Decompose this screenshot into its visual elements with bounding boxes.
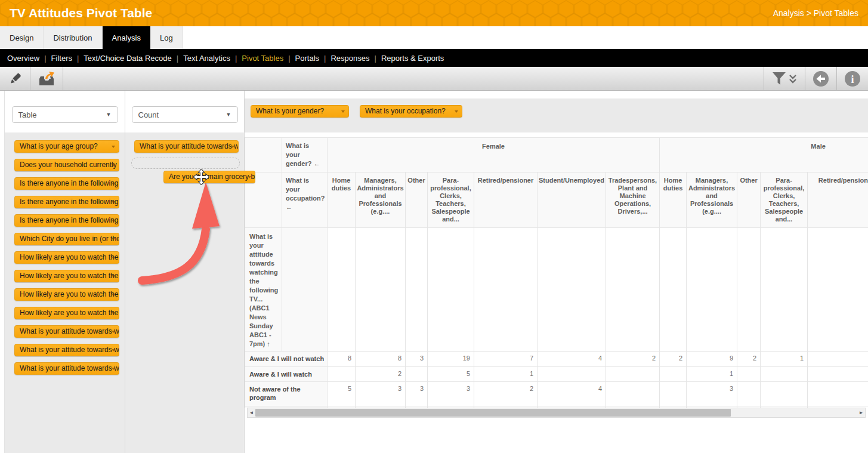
data-cell: 4 xyxy=(538,382,606,406)
data-cell: 5 xyxy=(328,382,356,406)
question-pill[interactable]: What is your gender? xyxy=(251,105,349,118)
data-cell xyxy=(660,367,687,382)
data-cell: 7 xyxy=(474,352,538,367)
data-cell xyxy=(660,382,687,406)
occupation-dimension-cell: What is your occupation? ← xyxy=(282,172,328,228)
question-pill[interactable]: What is your attitude towards w xyxy=(134,140,239,153)
pill-dropdown-icon[interactable] xyxy=(112,294,115,296)
nav-item-pivot-tables[interactable]: Pivot Tables xyxy=(242,54,283,63)
nav-separator: | xyxy=(44,54,46,63)
pill-dropdown-icon[interactable] xyxy=(112,257,115,259)
table-row: Aware & I will watch2511 xyxy=(245,367,868,382)
nav-item-reports-exports[interactable]: Reports & Exports xyxy=(381,54,444,63)
empty-cell xyxy=(356,228,406,352)
tab-design[interactable]: Design xyxy=(0,26,44,49)
column-header: Retired/pensioner xyxy=(808,172,868,228)
data-cell xyxy=(737,382,761,406)
pill-dropdown-icon[interactable] xyxy=(112,331,115,333)
analysis-nav: Overview|Filters|Text/Choice Data Recode… xyxy=(0,49,868,67)
edit-button[interactable] xyxy=(0,67,30,90)
question-pill[interactable]: What is your occupation? xyxy=(360,105,462,118)
question-pill-label: What is your attitude towards w xyxy=(20,364,119,372)
question-pill[interactable]: Is there anyone in the following xyxy=(14,196,119,208)
pill-dropdown-icon[interactable] xyxy=(231,146,234,148)
data-cell xyxy=(808,352,868,367)
question-pill[interactable]: Is there anyone in the following xyxy=(14,214,119,227)
question-pill[interactable]: Which City do you live in (or the xyxy=(14,233,119,245)
pill-dropdown-icon[interactable] xyxy=(455,110,458,113)
pill-dropdown-icon[interactable] xyxy=(112,349,115,352)
row-label: Not aware of the program xyxy=(245,382,328,406)
scrollbar-thumb[interactable] xyxy=(255,409,731,417)
table-type-panel-header: Table ▼ xyxy=(5,91,125,132)
question-pill[interactable]: How likely are you to watch the xyxy=(14,251,119,264)
row-dimension-spacer xyxy=(282,228,328,352)
question-pill-label: How likely are you to watch the xyxy=(20,253,118,261)
pill-dropdown-icon[interactable] xyxy=(112,146,115,148)
table-type-select[interactable]: Table ▼ xyxy=(12,106,118,123)
filter-button[interactable] xyxy=(764,67,805,90)
title-bar: TV Attitudes Pivot Table Analysis > Pivo… xyxy=(0,0,868,26)
pill-dropdown-icon[interactable] xyxy=(112,238,115,241)
empty-cell xyxy=(538,228,606,352)
scroll-right-icon[interactable]: ► xyxy=(857,408,865,417)
data-cell: 2 xyxy=(737,352,761,367)
info-button[interactable]: i xyxy=(836,67,868,90)
pill-dropdown-icon[interactable] xyxy=(112,275,115,278)
question-pill[interactable]: What is your attitude towards w xyxy=(14,344,119,356)
dragged-question-pill[interactable]: Are you the main grocery buye xyxy=(163,171,255,183)
pill-dropdown-icon[interactable] xyxy=(112,220,115,222)
data-cell: 2 xyxy=(474,382,538,406)
pill-dropdown-icon[interactable] xyxy=(341,110,345,113)
question-pill-label: How likely are you to watch the xyxy=(20,290,118,298)
column-header: Home duties xyxy=(328,172,356,228)
back-button[interactable] xyxy=(805,67,836,90)
scroll-left-icon[interactable]: ◄ xyxy=(248,408,255,417)
question-pill-label: Is there anyone in the following xyxy=(20,216,118,224)
question-pill[interactable]: What is your attitude towards w xyxy=(14,362,119,375)
question-pill[interactable]: How likely are you to watch the xyxy=(14,288,119,301)
question-pill[interactable]: What is your attitude towards w xyxy=(14,325,119,338)
table-type-select-value: Table xyxy=(18,110,37,119)
empty-cell xyxy=(660,228,687,352)
nav-separator: | xyxy=(177,54,178,63)
nav-item-text-choice-data-recode[interactable]: Text/Choice Data Recode xyxy=(84,54,171,63)
question-pill[interactable]: How likely are you to watch the xyxy=(14,307,119,319)
question-list: What is your age group?Does your househo… xyxy=(5,132,125,453)
pill-dropdown-icon[interactable] xyxy=(112,201,115,204)
tab-distribution[interactable]: Distribution xyxy=(44,26,102,49)
nav-item-filters[interactable]: Filters xyxy=(51,54,72,63)
pivot-main: What is your gender?What is your occupat… xyxy=(245,91,868,453)
page-title: TV Attitudes Pivot Table xyxy=(10,6,152,20)
tab-log[interactable]: Log xyxy=(150,26,183,49)
data-cell: 3 xyxy=(687,382,737,406)
tab-analysis[interactable]: Analysis xyxy=(103,26,150,49)
question-pill-label: What is your occupation? xyxy=(365,107,446,115)
question-pill[interactable]: What is your age group? xyxy=(14,140,119,153)
question-pill[interactable]: How likely are you to watch the xyxy=(14,270,119,282)
pill-dropdown-icon[interactable] xyxy=(112,368,115,370)
nav-item-overview[interactable]: Overview xyxy=(7,54,39,63)
nav-item-text-analytics[interactable]: Text Analytics xyxy=(183,54,230,63)
pill-dropdown-icon[interactable] xyxy=(112,164,115,167)
export-button[interactable] xyxy=(30,67,63,90)
question-pill-label: How likely are you to watch the xyxy=(20,309,118,317)
question-pill-label: Is there anyone in the following xyxy=(20,179,118,187)
horizontal-scrollbar[interactable]: ◄ ► xyxy=(247,408,866,418)
pill-dropdown-icon[interactable] xyxy=(112,312,115,315)
pill-dropdown-icon[interactable] xyxy=(248,176,251,178)
nav-separator: | xyxy=(77,54,79,63)
nav-separator: | xyxy=(288,54,290,63)
column-header: Para-professional, Clerks, Teachers, Sal… xyxy=(428,172,474,228)
column-header: Para-professional, Clerks, Teachers, Sal… xyxy=(761,172,808,228)
nav-item-portals[interactable]: Portals xyxy=(295,54,319,63)
aggregation-select[interactable]: Count ▼ xyxy=(132,106,238,123)
data-cell: 5 xyxy=(428,367,474,382)
drop-placeholder[interactable] xyxy=(131,158,240,169)
pivot-table: What is your gender? ←FemaleMaleWhat is … xyxy=(245,137,868,408)
question-pill[interactable]: Does your household currently xyxy=(14,159,119,171)
question-pill-label: What is your attitude towards w xyxy=(20,346,119,354)
pill-dropdown-icon[interactable] xyxy=(112,183,115,185)
question-pill[interactable]: Is there anyone in the following xyxy=(14,177,119,190)
nav-item-responses[interactable]: Responses xyxy=(330,54,369,63)
